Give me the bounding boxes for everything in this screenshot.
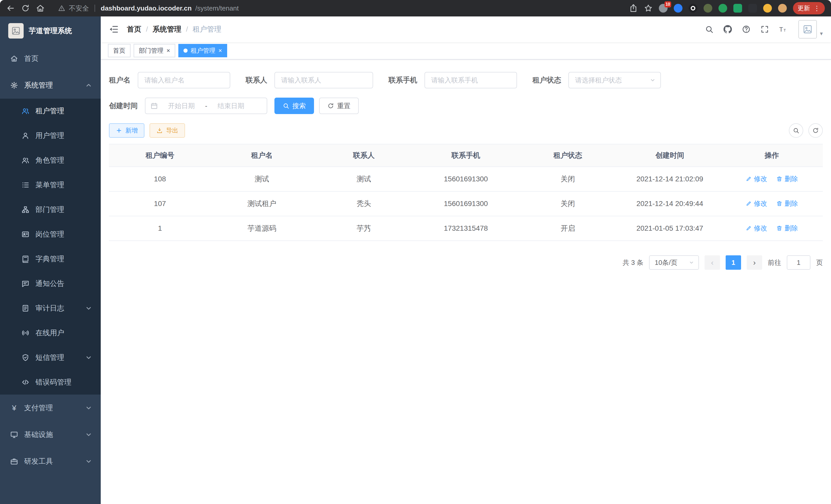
- app-logo[interactable]: 芋道管理系统: [0, 17, 101, 45]
- code-icon: [22, 378, 29, 386]
- edit-link[interactable]: 修改: [746, 174, 767, 183]
- monitor-icon: [10, 431, 18, 439]
- prev-page-button[interactable]: ‹: [705, 255, 720, 270]
- extension-icon-7[interactable]: [748, 4, 757, 12]
- tab-label: 租户管理: [191, 47, 215, 55]
- close-icon[interactable]: ×: [167, 48, 170, 54]
- status-select[interactable]: 请选择租户状态: [568, 72, 661, 88]
- delete-link[interactable]: 删除: [776, 199, 798, 208]
- tab-home[interactable]: 首页: [108, 44, 131, 57]
- add-button[interactable]: 新增: [109, 123, 144, 138]
- sidebar-item-label: 首页: [24, 54, 38, 63]
- refresh-table-button[interactable]: [808, 123, 823, 138]
- sidebar-item-dept[interactable]: 部门管理: [0, 197, 101, 222]
- pencil-icon: [746, 200, 752, 207]
- trash-icon: [776, 225, 782, 231]
- sidebar-item-sms[interactable]: 短信管理: [0, 345, 101, 370]
- sidebar-item-audit-log[interactable]: 审计日志: [0, 296, 101, 321]
- breadcrumb-home[interactable]: 首页: [127, 24, 141, 34]
- browser-back-icon[interactable]: [6, 4, 15, 12]
- github-icon[interactable]: [723, 25, 732, 34]
- browser-reload-icon[interactable]: [21, 4, 30, 12]
- sidebar-fold-icon[interactable]: [109, 24, 119, 34]
- sidebar-item-infra[interactable]: 基础设施: [0, 421, 101, 448]
- extension-icon-5[interactable]: [718, 4, 727, 12]
- show-search-button[interactable]: [789, 123, 803, 138]
- profile-avatar[interactable]: [778, 4, 787, 12]
- help-icon[interactable]: [742, 25, 751, 34]
- header-search-icon[interactable]: [705, 25, 714, 34]
- sidebar-item-dict[interactable]: 字典管理: [0, 246, 101, 271]
- tenant-table: 租户编号 租户名 联系人 联系手机 租户状态 创建时间 操作 108 测试: [109, 144, 823, 241]
- screen: 不安全 dashboard.yudao.iocoder.cn/system/te…: [0, 0, 831, 504]
- extension-icon-3[interactable]: [689, 4, 697, 12]
- sidebar-item-label: 支付管理: [24, 403, 53, 413]
- chrome-update-button[interactable]: 更新 ⋮: [793, 2, 825, 14]
- filter-label: 创建时间: [109, 101, 138, 111]
- sidebar-item-notice[interactable]: 通知公告: [0, 271, 101, 296]
- logo-image: [8, 23, 24, 38]
- sidebar-item-system[interactable]: 系统管理: [0, 72, 101, 99]
- delete-link[interactable]: 删除: [776, 174, 798, 183]
- breadcrumb-system[interactable]: 系统管理: [153, 24, 181, 34]
- sidebar-item-role[interactable]: 角色管理: [0, 148, 101, 173]
- tab-tenant-active[interactable]: 租户管理 ×: [178, 44, 227, 57]
- tab-dept[interactable]: 部门管理 ×: [134, 44, 175, 57]
- phone-input[interactable]: [425, 72, 517, 88]
- browser-menu-icon[interactable]: ⋮: [813, 5, 820, 11]
- filter-tenant-name: 租户名: [109, 72, 230, 88]
- col-actions: 操作: [721, 144, 823, 167]
- edit-link[interactable]: 修改: [746, 199, 767, 208]
- table-row: 107 测试租户 秃头 15601691300 关闭 2021-12-14 20…: [109, 191, 823, 216]
- extension-icon-6[interactable]: [733, 4, 742, 12]
- sidebar-item-devtools[interactable]: 研发工具: [0, 448, 101, 475]
- close-icon[interactable]: ×: [219, 48, 222, 54]
- reset-button-label: 重置: [337, 101, 350, 111]
- sidebar-item-user[interactable]: 用户管理: [0, 123, 101, 148]
- tenant-name-input[interactable]: [138, 72, 230, 88]
- sidebar-item-post[interactable]: 岗位管理: [0, 222, 101, 246]
- goto-page-input[interactable]: [787, 255, 810, 270]
- user-avatar: [798, 20, 817, 38]
- sidebar-item-payment[interactable]: ¥ 支付管理: [0, 394, 101, 421]
- contact-input[interactable]: [275, 72, 373, 88]
- extension-icon-2[interactable]: [674, 4, 683, 12]
- fullscreen-icon[interactable]: [760, 25, 769, 34]
- font-size-icon[interactable]: [779, 25, 787, 34]
- browser-home-icon[interactable]: [36, 4, 45, 12]
- page-size-select[interactable]: 10条/页: [649, 255, 699, 270]
- share-icon[interactable]: [629, 4, 638, 12]
- sidebar-item-home[interactable]: 首页: [0, 45, 101, 72]
- user-avatar-dropdown[interactable]: ▾: [798, 20, 823, 38]
- toolbox-icon: [10, 457, 18, 465]
- sidebar-item-tenant[interactable]: 租户管理: [0, 99, 101, 123]
- reset-button[interactable]: 重置: [319, 98, 359, 114]
- pencil-icon: [746, 225, 752, 231]
- extension-icon-1[interactable]: 10: [659, 4, 667, 12]
- delete-link[interactable]: 删除: [776, 224, 798, 233]
- end-date-input[interactable]: [209, 102, 253, 110]
- bookmark-star-icon[interactable]: [644, 4, 653, 12]
- chevron-down-icon: [85, 457, 92, 465]
- date-range-picker[interactable]: -: [145, 98, 267, 114]
- export-button[interactable]: 导出: [149, 123, 185, 138]
- extension-badge: 10: [664, 1, 671, 7]
- sidebar-item-label: 部门管理: [35, 205, 64, 214]
- extension-icon-4[interactable]: [704, 4, 712, 12]
- sidebar-item-online-user[interactable]: 在线用户: [0, 321, 101, 345]
- download-icon: [156, 127, 163, 134]
- start-date-input[interactable]: [160, 102, 203, 110]
- cell-tenant-id: 1: [109, 216, 211, 241]
- toolbar-right: [789, 123, 823, 138]
- extension-icon-8[interactable]: [763, 4, 772, 12]
- next-page-button[interactable]: ›: [747, 255, 762, 270]
- cell-tenant-id: 107: [109, 191, 211, 216]
- sidebar-item-label: 通知公告: [35, 279, 64, 289]
- current-page-button[interactable]: 1: [726, 255, 741, 270]
- sidebar-item-error-code[interactable]: 错误码管理: [0, 370, 101, 394]
- cell-actions: 修改 删除: [721, 191, 823, 216]
- sidebar-item-menu[interactable]: 菜单管理: [0, 173, 101, 197]
- search-button[interactable]: 搜索: [275, 98, 314, 114]
- edit-link[interactable]: 修改: [746, 224, 767, 233]
- address-bar[interactable]: 不安全 dashboard.yudao.iocoder.cn/system/te…: [58, 4, 623, 13]
